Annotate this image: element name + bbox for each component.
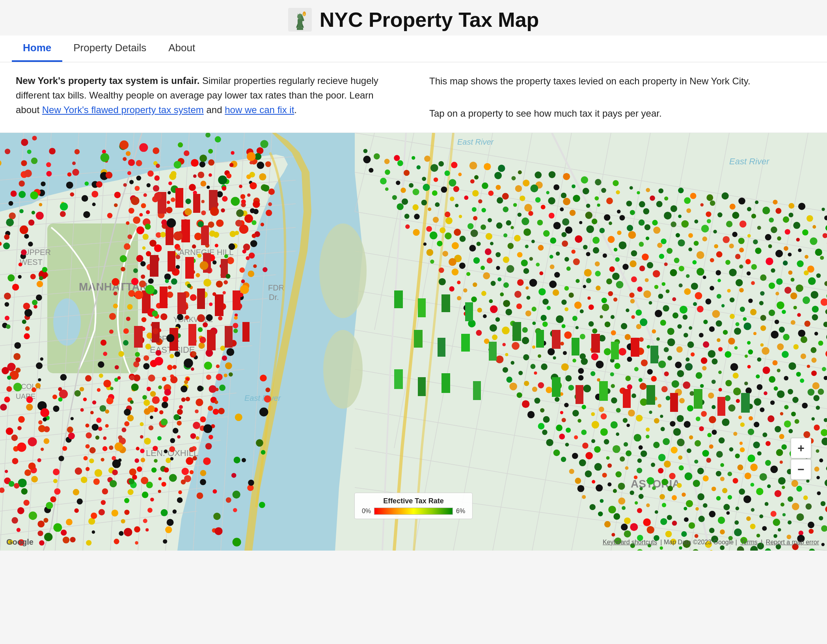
svg-text:FDR: FDR xyxy=(268,283,284,292)
link-flawed-system[interactable]: New York's flawed property tax system xyxy=(42,104,204,115)
info-right: This map shows the property taxes levied… xyxy=(429,73,811,121)
svg-text:UARE: UARE xyxy=(16,393,35,400)
legend-low: 0% xyxy=(362,508,371,515)
info-row: New York's property tax system is unfair… xyxy=(0,62,827,133)
map-footer: Google Keyboard shortcuts | Map Data ©20… xyxy=(0,538,827,547)
legend-high: 6% xyxy=(456,508,465,515)
google-logo: Google xyxy=(6,538,34,547)
svg-point-62 xyxy=(323,330,363,409)
svg-text:MANHATTAN: MANHATTAN xyxy=(79,281,148,293)
svg-text:ASTORIA: ASTORIA xyxy=(631,478,680,490)
svg-point-9 xyxy=(304,13,305,16)
legend-gradient-bar xyxy=(374,508,453,515)
tab-home[interactable]: Home xyxy=(12,35,62,62)
svg-text:UPPER: UPPER xyxy=(24,248,51,257)
zoom-in-button[interactable]: + xyxy=(791,438,811,458)
navigation: Home Property Details About xyxy=(0,35,827,62)
info-bold-text: New York's property tax system is unfair… xyxy=(16,75,199,86)
svg-rect-2 xyxy=(298,19,302,28)
page-title: NYC Property Tax Map xyxy=(320,8,539,32)
app-header: NYC Property Tax Map xyxy=(0,0,827,35)
svg-text:East River: East River xyxy=(729,156,770,166)
report-error-link[interactable]: Report a map error xyxy=(766,539,819,545)
zoom-out-button[interactable]: − xyxy=(791,459,811,480)
info-mid-text: and xyxy=(204,104,225,115)
svg-text:East River: East River xyxy=(457,138,494,146)
tab-property-details[interactable]: Property Details xyxy=(62,35,157,62)
svg-text:'COLN: 'COLN xyxy=(20,383,41,391)
legend-bar-row: 0% 6% xyxy=(362,508,465,515)
svg-rect-1 xyxy=(297,28,303,30)
map-container[interactable]: MANHATTAN UPPER WEST CARNEGIE HILL UPPER… xyxy=(0,133,827,551)
svg-text:Dr.: Dr. xyxy=(269,293,279,302)
map-controls: + − xyxy=(791,438,811,480)
keyboard-shortcuts-link[interactable]: Keyboard shortcuts xyxy=(603,539,657,545)
info-right-p2: Tap on a property to see how much tax it… xyxy=(429,106,811,122)
info-left: New York's property tax system is unfair… xyxy=(16,73,398,121)
svg-text:LEN. OXHILL: LEN. OXHILL xyxy=(146,448,198,458)
svg-text:East River: East River xyxy=(244,394,281,402)
link-fix-it[interactable]: how we can fix it xyxy=(225,104,294,115)
legend-title: Effective Tax Rate xyxy=(362,497,465,505)
map-data-text: Map Data ©2023 Google xyxy=(664,539,734,545)
svg-text:EAST SIDE: EAST SIDE xyxy=(150,345,195,355)
svg-text:UPPER: UPPER xyxy=(150,334,180,344)
map-legend: Effective Tax Rate 0% 6% xyxy=(354,493,473,519)
app-logo xyxy=(288,8,312,32)
terms-link[interactable]: Terms xyxy=(740,539,758,545)
tab-about[interactable]: About xyxy=(157,35,206,62)
map-credits: Keyboard shortcuts | Map Data ©2023 Goog… xyxy=(601,539,821,546)
svg-text:WEST: WEST xyxy=(20,258,43,266)
info-end-text: . xyxy=(294,104,297,115)
svg-point-61 xyxy=(319,223,367,318)
info-right-p1: This map shows the property taxes levied… xyxy=(429,73,811,89)
svg-text:YORKVILLE: YORKVILLE xyxy=(173,316,213,324)
svg-text:CARNEGIE HILL: CARNEGIE HILL xyxy=(173,248,233,257)
